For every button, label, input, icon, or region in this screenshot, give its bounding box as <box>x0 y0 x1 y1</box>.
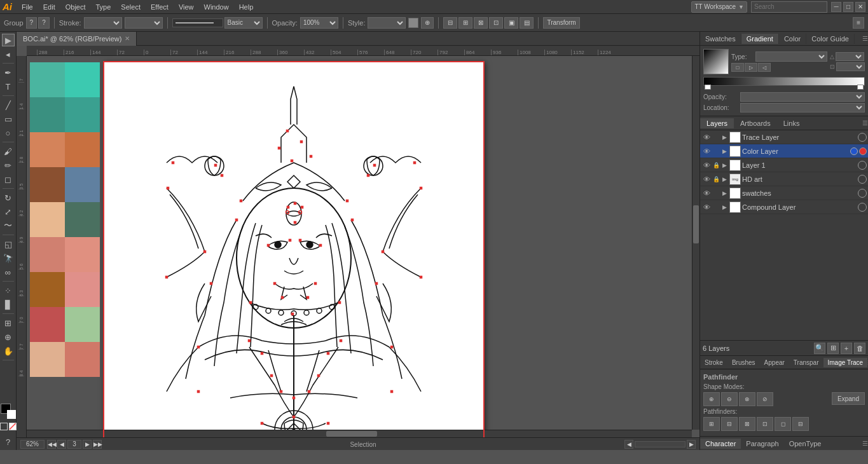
pencil-tool[interactable]: ✏ <box>2 159 15 172</box>
zoom-tool[interactable]: ⊕ <box>2 331 15 343</box>
zoom-input[interactable] <box>20 440 45 449</box>
tab-appear[interactable]: Appear <box>760 358 789 367</box>
document-tab[interactable]: BOC.ai* @ 62% (RGB/Preview) ✕ <box>17 32 137 46</box>
minus-front-btn[interactable]: ⊖ <box>721 392 738 406</box>
layer-row-compound[interactable]: 👁 🔒 ▶ Compound Layer <box>700 200 868 214</box>
status-arrow-left[interactable]: ◀ <box>624 440 633 449</box>
line-tool[interactable]: ╱ <box>2 99 15 111</box>
style-select[interactable] <box>368 17 406 29</box>
artwork-svg[interactable] <box>103 61 485 437</box>
canvas-content[interactable] <box>27 56 699 437</box>
stroke-color[interactable] <box>7 410 16 419</box>
swatch-item[interactable] <box>65 62 100 97</box>
column-tool[interactable]: ▊ <box>2 298 15 311</box>
menu-help[interactable]: Help <box>235 2 258 12</box>
swatch-item[interactable] <box>65 167 100 202</box>
swatch-item[interactable] <box>30 167 65 202</box>
transform-btn[interactable]: Transform <box>543 17 579 29</box>
eyedropper-tool[interactable]: 🔭 <box>2 252 15 264</box>
layer-select-circle-compound[interactable] <box>858 203 867 212</box>
crop-btn[interactable]: ⊡ <box>757 417 773 431</box>
swatch-item[interactable] <box>30 62 65 97</box>
rotate-tool[interactable]: ↻ <box>2 191 15 204</box>
blend-tool[interactable]: ∞ <box>2 266 15 278</box>
tab-character[interactable]: Character <box>700 439 741 449</box>
layer-row-color[interactable]: 👁 🔒 ▶ Color Layer <box>700 144 868 158</box>
layer-select-circle-1[interactable] <box>858 161 867 170</box>
stroke-btn2[interactable]: ▷ <box>745 63 757 72</box>
question-tool[interactable]: ? <box>2 435 15 448</box>
swatch-item[interactable] <box>65 132 100 167</box>
merge-btn[interactable]: ⊠ <box>739 417 755 431</box>
gradient-fill[interactable] <box>9 423 17 430</box>
close-btn[interactable]: ✕ <box>855 2 865 12</box>
tab-artboards[interactable]: Artboards <box>734 118 777 128</box>
opacity-gradient-select[interactable] <box>740 92 865 102</box>
align-btn4[interactable]: ⊡ <box>489 17 503 29</box>
layer-select-circle-trace[interactable] <box>858 133 867 142</box>
stroke-btn3[interactable]: ◁ <box>758 63 771 72</box>
hand-tool[interactable]: ✋ <box>2 345 15 357</box>
swatch-item[interactable] <box>30 202 65 237</box>
layer-lock-compound[interactable]: 🔒 <box>712 202 720 212</box>
minus-back-btn[interactable]: ⊟ <box>792 417 809 431</box>
align-btn5[interactable]: ▣ <box>504 17 518 29</box>
search-layers-btn[interactable]: 🔍 <box>814 343 825 354</box>
layer-eye-swatches[interactable]: 👁 <box>701 188 712 198</box>
no-fill[interactable] <box>0 423 8 430</box>
layer-expand-trace[interactable]: ▶ <box>720 132 728 142</box>
layer-lock-color[interactable]: 🔒 <box>712 146 720 156</box>
gradient-type-select[interactable] <box>755 51 827 62</box>
scrollbar-v[interactable] <box>692 56 699 430</box>
group-help2[interactable]: ? <box>38 17 50 29</box>
stroke-color-select[interactable] <box>84 17 122 29</box>
expand-btn[interactable]: Expand <box>832 392 865 405</box>
gradient-stop-left[interactable] <box>705 85 711 90</box>
swatch-item[interactable] <box>30 342 65 377</box>
tab-opentype[interactable]: OpenType <box>784 439 827 449</box>
swatch-item[interactable] <box>30 307 65 342</box>
menu-effect[interactable]: Effect <box>146 2 173 12</box>
layer-row-swatches[interactable]: 👁 🔒 ▶ swatches <box>700 186 868 200</box>
add-artboard-btn[interactable]: ⊞ <box>827 343 839 354</box>
layer-expand-swatches[interactable]: ▶ <box>720 188 728 198</box>
layer-lock-hdart[interactable]: 🔒 <box>712 174 720 184</box>
align-btn3[interactable]: ⊠ <box>474 17 488 29</box>
align-btn2[interactable]: ⊞ <box>458 17 472 29</box>
warp-tool[interactable]: 〜 <box>2 219 15 232</box>
swatch-item[interactable] <box>30 237 65 272</box>
align-btn1[interactable]: ⊟ <box>443 17 457 29</box>
swatch-item[interactable] <box>30 97 65 132</box>
layer-lock-1[interactable]: 🔒 <box>712 160 720 170</box>
layer-active-indicator[interactable] <box>859 147 867 155</box>
symbol-tool[interactable]: ⁘ <box>2 284 15 297</box>
layer-eye-hdart[interactable]: 👁 <box>701 174 712 184</box>
layer-lock-trace[interactable]: 🔒 <box>712 132 720 142</box>
maximize-btn[interactable]: □ <box>843 2 853 12</box>
tab-gradient[interactable]: Gradient <box>741 34 779 44</box>
layer-eye-trace[interactable]: 👁 <box>701 132 712 142</box>
tab-color[interactable]: Color <box>779 34 806 44</box>
menu-edit[interactable]: Edit <box>39 2 60 12</box>
brush-select[interactable]: Basic <box>224 17 263 29</box>
scale-select[interactable] <box>836 62 865 71</box>
tab-paragraph[interactable]: Paragraph <box>741 439 783 449</box>
swatch-item[interactable] <box>65 272 100 307</box>
location-gradient-select[interactable] <box>740 103 865 113</box>
tab-links[interactable]: Links <box>777 118 806 128</box>
intersect-btn[interactable]: ⊗ <box>739 392 755 406</box>
style-options[interactable]: ⊕ <box>421 17 434 29</box>
stroke-width-select[interactable] <box>125 17 163 29</box>
unite-btn[interactable]: ⊕ <box>703 392 720 406</box>
first-page[interactable]: ◀◀ <box>47 440 56 449</box>
menu-object[interactable]: Object <box>61 2 90 12</box>
layer-expand-1[interactable]: ▶ <box>720 160 728 170</box>
eraser-tool[interactable]: ◻ <box>2 173 15 186</box>
panel-options[interactable]: ≡ <box>853 17 864 29</box>
gradient-tool[interactable]: ◱ <box>2 238 15 250</box>
gradient-slider[interactable] <box>703 77 865 90</box>
tab-layers[interactable]: Layers <box>700 118 734 128</box>
layer-eye-color[interactable]: 👁 <box>701 146 712 156</box>
tab-stroke[interactable]: Stroke <box>700 358 727 367</box>
tab-color-guide[interactable]: Color Guide <box>806 34 855 44</box>
